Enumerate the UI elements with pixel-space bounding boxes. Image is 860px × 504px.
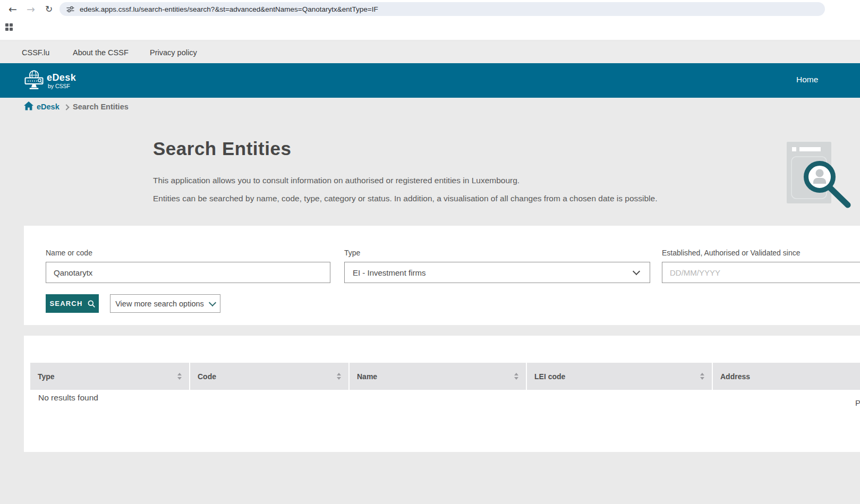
type-label: Type	[344, 249, 360, 257]
pagination-text-clipped: P	[855, 398, 860, 407]
grid-square	[10, 23, 13, 27]
sort-icon[interactable]	[177, 373, 182, 380]
nav-home-link[interactable]: Home	[796, 75, 818, 84]
utility-nav: CSSF.lu About the CSSF Privacy policy	[0, 41, 860, 63]
screen: ← → ↻ edesk.apps.cssf.lu/search-entities…	[0, 0, 860, 504]
search-button-label: SEARCH	[49, 300, 82, 307]
type-select[interactable]: EI - Investment firms	[344, 262, 650, 283]
sort-icon[interactable]	[514, 373, 518, 380]
column-label: Name	[357, 372, 377, 381]
column-header-type[interactable]: Type	[30, 363, 189, 390]
name-or-code-input[interactable]	[46, 262, 330, 283]
utility-link-cssf-lu[interactable]: CSSF.lu	[22, 48, 49, 57]
column-label: LEI code	[534, 372, 565, 381]
sort-icon[interactable]	[700, 373, 704, 380]
app-name[interactable]: eDesk	[47, 72, 76, 83]
column-header-address[interactable]: Address	[713, 363, 860, 390]
search-button[interactable]: SEARCH	[46, 294, 99, 313]
url-text: edesk.apps.cssf.lu/search-entities/searc…	[80, 5, 378, 13]
column-header-name[interactable]: Name	[350, 363, 526, 390]
view-more-options-button[interactable]: View more search options	[110, 294, 220, 313]
home-icon[interactable]	[24, 101, 33, 110]
grid-square	[5, 28, 8, 31]
established-since-label: Established, Authorised or Validated sin…	[662, 249, 800, 257]
chevron-down-icon	[633, 267, 640, 275]
breadcrumb-chevron-icon	[63, 104, 69, 110]
grid-square	[10, 28, 13, 31]
address-bar[interactable]: edesk.apps.cssf.lu/search-entities/searc…	[59, 2, 825, 16]
breadcrumb-edesk[interactable]: eDesk	[37, 102, 59, 111]
view-more-options-label: View more search options	[115, 300, 204, 308]
results-panel	[24, 336, 860, 452]
edesk-logo-icon[interactable]	[23, 70, 45, 90]
grid-square	[5, 23, 8, 27]
utility-link-about[interactable]: About the CSSF	[73, 48, 129, 57]
sort-icon[interactable]	[337, 373, 341, 380]
browser-chrome: ← → ↻ edesk.apps.cssf.lu/search-entities…	[0, 0, 860, 40]
utility-link-privacy[interactable]: Privacy policy	[150, 48, 197, 57]
column-label: Address	[720, 372, 750, 381]
column-header-code[interactable]: Code	[190, 363, 348, 390]
browser-forward-icon[interactable]: →	[23, 2, 38, 16]
app-tagline: by CSSF	[48, 83, 70, 89]
site-settings-icon[interactable]	[66, 5, 74, 13]
intro-paragraph-1: This application allows you to consult i…	[153, 176, 520, 185]
search-icon	[88, 300, 95, 307]
app-header	[0, 63, 860, 98]
column-label: Code	[198, 372, 216, 381]
chevron-down-icon	[209, 298, 216, 306]
browser-reload-icon[interactable]: ↻	[41, 2, 56, 16]
results-table-header: Type Code Name LEI code Address	[30, 363, 860, 390]
empty-results-message: No results found	[38, 393, 98, 403]
column-header-lei-code[interactable]: LEI code	[527, 363, 712, 390]
search-entities-illustration	[781, 138, 860, 210]
column-label: Type	[38, 372, 55, 381]
name-or-code-label: Name or code	[46, 249, 92, 257]
intro-paragraph-2: Entities can be searched by name, code, …	[153, 194, 658, 203]
page-title: Search Entities	[153, 138, 291, 159]
breadcrumb-current: Search Entities	[73, 102, 129, 111]
type-select-value: EI - Investment firms	[353, 268, 426, 277]
apps-grid-icon[interactable]	[5, 23, 14, 32]
browser-back-icon[interactable]: ←	[5, 2, 20, 16]
established-since-input[interactable]	[662, 262, 860, 283]
